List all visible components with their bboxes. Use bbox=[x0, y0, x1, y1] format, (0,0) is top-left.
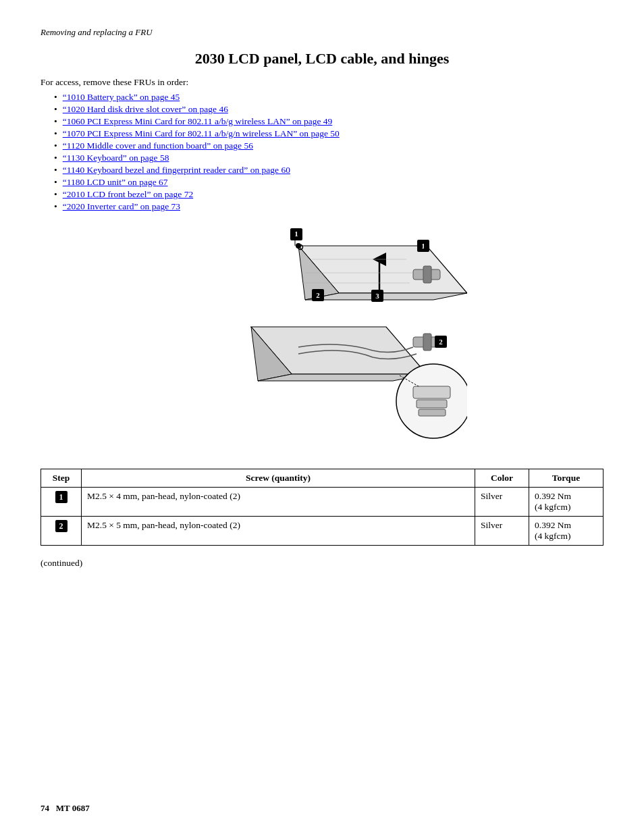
svg-text:2: 2 bbox=[439, 338, 443, 346]
svg-text:2: 2 bbox=[316, 291, 320, 299]
svg-text:1: 1 bbox=[294, 230, 298, 238]
svg-rect-33 bbox=[419, 409, 446, 416]
list-item: “1010 Battery pack” on page 45 bbox=[54, 92, 603, 103]
table-row: 2 M2.5 × 5 mm, pan-head, nylon-coated (2… bbox=[41, 517, 603, 546]
col-torque: Torque bbox=[529, 469, 603, 488]
page-footer: 74 MT 0687 bbox=[41, 803, 90, 814]
col-step: Step bbox=[41, 469, 82, 488]
color-1: Silver bbox=[475, 488, 529, 517]
list-item: “1180 LCD unit” on page 67 bbox=[54, 177, 603, 188]
list-item: “1020 Hard disk drive slot cover” on pag… bbox=[54, 104, 603, 115]
screw-table: Step Screw (quantity) Color Torque 1 M2.… bbox=[41, 469, 603, 546]
svg-text:3: 3 bbox=[375, 292, 379, 300]
section-title: 2030 LCD panel, LCD cable, and hinges bbox=[41, 50, 603, 68]
diagram-area: 3 1 1 2 bbox=[41, 226, 603, 455]
list-item: “1060 PCI Express Mini Card for 802.11 a… bbox=[54, 116, 603, 127]
list-item: “1120 Middle cover and function board” o… bbox=[54, 140, 603, 151]
torque-1: 0.392 Nm (4 kgfcm) bbox=[529, 488, 603, 517]
svg-rect-32 bbox=[417, 400, 447, 408]
continued-text: (continued) bbox=[41, 558, 603, 569]
lcd-diagram: 3 1 1 2 bbox=[177, 226, 467, 455]
intro-text: For access, remove these FRUs in order: bbox=[41, 77, 603, 88]
svg-rect-18 bbox=[423, 266, 431, 283]
page-header: Removing and replacing a FRU bbox=[41, 27, 603, 38]
torque-2: 0.392 Nm (4 kgfcm) bbox=[529, 517, 603, 546]
step-badge-2: 2 bbox=[55, 520, 68, 532]
col-screw: Screw (quantity) bbox=[82, 469, 475, 488]
list-item: “1070 PCI Express Mini Card for 802.11 a… bbox=[54, 128, 603, 139]
list-item: “1140 Keyboard bezel and fingerprint rea… bbox=[54, 165, 603, 176]
svg-rect-31 bbox=[413, 386, 450, 398]
list-item: “1130 Keyboard” on page 58 bbox=[54, 153, 603, 163]
color-2: Silver bbox=[475, 517, 529, 546]
screw-desc-2: M2.5 × 5 mm, pan-head, nylon-coated (2) bbox=[82, 517, 475, 546]
col-color: Color bbox=[475, 469, 529, 488]
svg-rect-20 bbox=[423, 334, 431, 350]
table-row: 1 M2.5 × 4 mm, pan-head, nylon-coated (2… bbox=[41, 488, 603, 517]
fru-list: “1010 Battery pack” on page 45 “1020 Har… bbox=[54, 92, 603, 212]
list-item: “2020 Inverter card” on page 73 bbox=[54, 201, 603, 212]
step-badge-1: 1 bbox=[55, 491, 68, 503]
screw-desc-1: M2.5 × 4 mm, pan-head, nylon-coated (2) bbox=[82, 488, 475, 517]
list-item: “2010 LCD front bezel” on page 72 bbox=[54, 189, 603, 200]
